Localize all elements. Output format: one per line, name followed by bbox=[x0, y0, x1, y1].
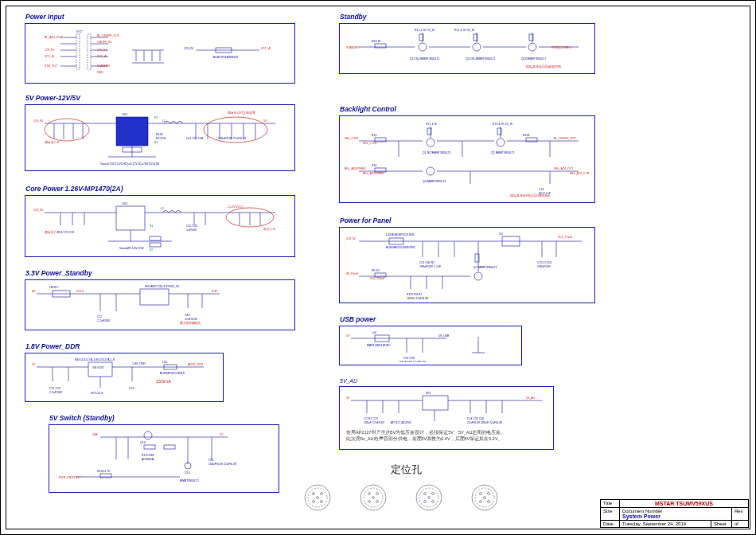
block-backlight: Backlight Control bbox=[339, 115, 595, 203]
svg-text:R2: R2 bbox=[154, 141, 158, 144]
svg-point-265 bbox=[428, 497, 431, 499]
net-12v-in-b: 12V_IN bbox=[97, 49, 107, 52]
svg-text:22uF/6.3V 100uF 22uF/6.3V: 22uF/6.3V 100uF 22uF/6.3V bbox=[467, 421, 503, 424]
svg-text:靠近C-IC: 靠近C-IC bbox=[263, 227, 276, 231]
tb-rev: Rev bbox=[732, 508, 748, 520]
svg-point-260 bbox=[419, 488, 438, 507]
schem-5v-switch: 5VA 5V Q13 R125 R81 AO3401A C96 100uF/6.… bbox=[52, 428, 276, 490]
svg-text:C49: C49 bbox=[185, 314, 189, 317]
svg-text:C29: C29 bbox=[129, 387, 134, 390]
svg-text:VIN VOUT: VIN VOUT bbox=[92, 366, 104, 369]
block-5v-switch: 5V Switch (Standby) 5VA 5V bbox=[49, 424, 279, 493]
svg-text:Q14: Q14 bbox=[185, 471, 190, 474]
svg-point-28 bbox=[45, 119, 89, 141]
svg-text:N52: N52 bbox=[123, 113, 127, 116]
svg-text:Q10 MMBT3904LT1: Q10 MMBT3904LT1 bbox=[521, 57, 547, 61]
net-12v-in-c: 12V_IN bbox=[184, 47, 193, 50]
net-bkl-adj: BKL_ADJ/PWM# bbox=[345, 167, 366, 170]
svg-point-249 bbox=[313, 501, 315, 503]
title-5vswitch: 5V Switch (Standby) bbox=[49, 414, 115, 422]
note-cn1: 根据具体使用情况再修改Bell bbox=[510, 193, 550, 197]
block-power-input: Power Input bbox=[25, 23, 295, 84]
svg-point-252 bbox=[360, 485, 386, 510]
svg-rect-0 bbox=[76, 34, 80, 69]
svg-rect-67 bbox=[150, 236, 161, 240]
schem-5v-au: 5V N21 5V_AU C278 C279 100uF 22uF/16V AP… bbox=[342, 389, 551, 447]
net-5v-usb: 5V_USB bbox=[438, 334, 450, 338]
svg-text:5V: 5V bbox=[263, 119, 267, 123]
svg-point-264 bbox=[432, 501, 435, 503]
svg-text:1K/NC 22uF/6.3V: 1K/NC 22uF/6.3V bbox=[407, 297, 429, 300]
tb-title: MSTAR TSUMV59XUS bbox=[620, 500, 748, 507]
schem-backlight: VBL_CTRL VBL_CTRL BKL_ADJ/PWM# BKL_ADJ/P… bbox=[342, 119, 592, 200]
svg-text:12V_IN: 12V_IN bbox=[33, 119, 43, 123]
title-power-input: Power Input bbox=[25, 13, 64, 21]
svg-text:R16: R16 bbox=[372, 164, 376, 167]
svg-text:C22: C22 bbox=[97, 315, 102, 318]
svg-text:R126  4.7K: R126 4.7K bbox=[97, 470, 111, 473]
svg-text:C278 C279: C278 C279 bbox=[364, 417, 378, 420]
au-note2: 此次用5v_AU给声音部分供电，前面5V调整为6.4V，后面5V保证其在5.2V… bbox=[346, 435, 503, 441]
tb-size-label: Size bbox=[601, 508, 620, 520]
svg-text:2.2uF/50V: 2.2uF/50V bbox=[49, 391, 63, 394]
svg-text:Q1 NC/MMBT3904LT1: Q1 NC/MMBT3904LT1 bbox=[423, 151, 451, 154]
net-126v: +1.2V VCCC bbox=[228, 205, 244, 209]
svg-rect-97 bbox=[88, 362, 112, 377]
svg-text:R73 4.7K 5V_W: R73 4.7K 5V_W bbox=[493, 123, 513, 126]
svg-point-136 bbox=[419, 43, 427, 51]
loc-holes-svg bbox=[302, 478, 516, 520]
schem-panel: 12V_W L43 BLM18PG121SN1 BLM18BD252SN1D/N… bbox=[342, 230, 592, 300]
svg-text:C92 C93: C92 C93 bbox=[403, 357, 415, 360]
svg-point-267 bbox=[475, 488, 494, 507]
net-vcc-panel: VCC_Panel bbox=[558, 236, 573, 239]
net-onoff-in: ONOFF_IN bbox=[97, 41, 111, 44]
svg-text:R15: R15 bbox=[372, 134, 376, 137]
block-5v-au: 5V_AU 5V N21 5V_AU C278 C279 bbox=[339, 386, 554, 450]
svg-text:R13  1K: R13 1K bbox=[372, 40, 381, 43]
net-12v-in-core: 12V_IN bbox=[33, 209, 43, 212]
svg-text:100uF/6.3V 22uF/6.3V: 100uF/6.3V 22uF/6.3V bbox=[218, 137, 247, 140]
svg-text:C21 C23: C21 C23 bbox=[49, 387, 60, 390]
svg-point-261 bbox=[424, 493, 427, 495]
svg-text:100uF/16V 2.2uF: 100uF/16V 2.2uF bbox=[419, 265, 441, 268]
svg-point-254 bbox=[368, 493, 371, 495]
net-avdd-ddr: AVDD_DDR bbox=[188, 363, 203, 366]
block-usb-power: USB power 5V L44 MBR1206F10F/NC 5V_USB C… bbox=[339, 326, 522, 365]
svg-text:R9  1K: R9 1K bbox=[372, 269, 380, 272]
block-standby: Standby bbox=[339, 23, 595, 74]
note-cn2: 根据具体情况再确定时间 bbox=[526, 64, 561, 68]
svg-point-138 bbox=[473, 43, 481, 51]
svg-text:R1: R1 bbox=[150, 225, 154, 228]
svg-text:C24 C25 C26: C24 C25 C26 bbox=[57, 231, 74, 234]
svg-point-268 bbox=[480, 493, 482, 495]
svg-text:2.2uF/50V: 2.2uF/50V bbox=[97, 319, 111, 322]
svg-point-257 bbox=[376, 501, 379, 503]
schem-5v-power: 12V_IN 5V R128 NC/22R L2 C41 C37 C38 100… bbox=[28, 107, 292, 168]
title-33v: 3.3V Power_Standby bbox=[25, 269, 92, 277]
svg-point-270 bbox=[480, 501, 482, 503]
svg-text:MBR1206F10F/NC: MBR1206F10F/NC bbox=[367, 344, 391, 347]
svg-text:NC/22R: NC/22R bbox=[156, 137, 166, 140]
schem-18v: 5V N49 LD1117A-1.8/LD1117A-1.8 VIN VOUT … bbox=[28, 356, 220, 399]
part-blm: BLM21PG300SN1D bbox=[213, 56, 239, 59]
tb-system: System Power bbox=[622, 514, 661, 519]
svg-point-272 bbox=[484, 497, 486, 499]
svg-point-140 bbox=[528, 43, 536, 51]
svg-text:5V: 5V bbox=[32, 363, 36, 366]
svg-point-259 bbox=[416, 485, 442, 510]
svg-text:LED11*: LED11* bbox=[49, 286, 60, 289]
svg-point-263 bbox=[424, 501, 427, 503]
svg-text:Q2 MMBT3904LT1: Q2 MMBT3904LT1 bbox=[491, 151, 515, 154]
block-33v-standby: 3.3V Power_Standby 6V LED11* VOUT N50 AR… bbox=[25, 279, 295, 330]
net-vgl-panel: VGL_Panel bbox=[370, 277, 384, 280]
net-vcc-a-r: VCC_A bbox=[97, 55, 107, 58]
svg-text:R125 R81: R125 R81 bbox=[142, 454, 154, 457]
net-vcc-a-out: VCC_A bbox=[261, 47, 271, 50]
svg-text:R72 4.7K: R72 4.7K bbox=[426, 123, 438, 126]
schem-usb: 5V L44 MBR1206F10F/NC 5V_USB C92 C93 100… bbox=[342, 329, 519, 362]
svg-point-271 bbox=[488, 501, 490, 503]
schem-power-input: BL_ADJ_OUT BL_ONOFF_OUT ONOFF_IN 12V_IN … bbox=[28, 26, 292, 80]
svg-text:R128: R128 bbox=[156, 133, 162, 136]
schem-standby: STANDBY R13 1K R12 4.7K 5V_W R11 4.7K 5V… bbox=[342, 26, 592, 71]
tb-date: Tuesday, September 24, 2019 bbox=[620, 521, 711, 527]
